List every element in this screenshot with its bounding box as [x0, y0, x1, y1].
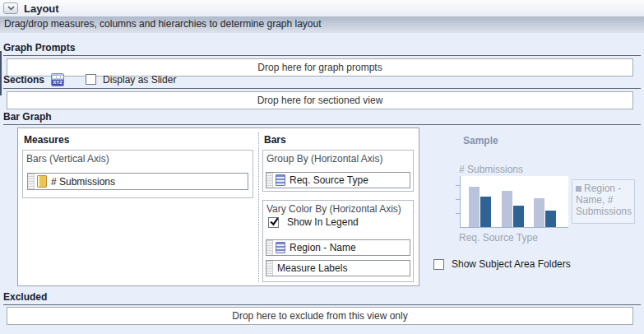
left-panel-edge: [0, 51, 2, 95]
excluded-dropzone[interactable]: Drop here to exclude from this view only: [7, 307, 633, 325]
bar-graph-header-label: Bar Graph: [3, 111, 52, 123]
measure-item-label: # Submissions: [51, 176, 115, 188]
drag-handle-icon[interactable]: [266, 173, 273, 188]
sample-legend: Region - Name, # Submissions: [572, 179, 635, 224]
panel-titlebar: Layout: [0, 0, 644, 16]
excluded-header: Excluded: [3, 291, 641, 305]
sample-bar: [545, 211, 556, 227]
bar-graph-header: Bar Graph: [3, 111, 641, 125]
panel-title: Layout: [24, 2, 59, 15]
measure-item-submissions[interactable]: # Submissions: [27, 173, 248, 190]
display-as-slider-label: Display as Slider: [103, 74, 176, 86]
vary-color-item-label: Region - Name: [290, 242, 356, 253]
legend-label: Region - Name, # Submissions: [576, 183, 632, 217]
graph-prompts-header: Graph Prompts: [3, 42, 641, 56]
vary-color-item-measure-labels[interactable]: Measure Labels: [266, 260, 410, 276]
group-by-zone-label: Group By (Horizontal Axis): [266, 153, 382, 165]
measures-title: Measures: [24, 134, 69, 146]
sample-title: Sample: [463, 135, 498, 146]
drag-handle-icon[interactable]: [266, 240, 273, 255]
sample-bar: [480, 197, 491, 227]
drag-handle-icon[interactable]: [28, 174, 35, 189]
measures-zone-label: Bars (Vertical Axis): [26, 153, 109, 165]
show-in-legend-checkbox[interactable]: [268, 217, 279, 228]
group-by-item-req-source-type[interactable]: Req. Source Type: [266, 172, 410, 188]
measure-column-icon: [37, 175, 47, 188]
sample-chart: [460, 176, 568, 228]
show-in-legend-label: Show In Legend: [287, 216, 359, 228]
bar-graph-layout-box: Measures Bars (Vertical Axis) # Submissi…: [17, 128, 419, 286]
collapse-panel-button[interactable]: [3, 2, 18, 14]
sections-header-label: Sections: [3, 74, 44, 86]
sample-bar: [502, 191, 512, 227]
sample-bar: [534, 198, 544, 227]
attribute-column-icon: [276, 242, 285, 253]
measures-zone[interactable]: Bars (Vertical Axis) # Submissions: [22, 150, 253, 198]
group-by-zone[interactable]: Group By (Horizontal Axis) Req. Source T…: [262, 150, 414, 192]
layout-panel: Layout Drag/drop measures, columns and h…: [0, 0, 644, 334]
show-subject-area-folders-checkbox[interactable]: [433, 259, 444, 270]
bars-title: Bars: [264, 134, 286, 146]
excluded-header-label: Excluded: [3, 291, 47, 303]
vary-color-item-label: Measure Labels: [277, 262, 347, 274]
vary-color-by-zone[interactable]: Vary Color By (Horizontal Axis) Show In …: [262, 200, 414, 282]
show-subject-area-folders-row: Show Subject Area Folders: [433, 258, 571, 270]
sample-x-axis-label: Req. Source Type: [459, 232, 538, 244]
group-by-item-label: Req. Source Type: [290, 174, 368, 186]
legend-swatch-icon: [576, 186, 581, 192]
sample-chart-bars: [461, 176, 568, 227]
column-separator: [258, 132, 259, 282]
attribute-column-icon: [276, 174, 285, 186]
sections-table-icon: XYZ: [51, 73, 64, 86]
sample-bar: [513, 206, 524, 227]
drag-handle-icon[interactable]: [266, 261, 273, 276]
chevron-down-icon: [7, 6, 15, 11]
sections-header: Sections XYZ Display as Slider: [3, 72, 641, 89]
panel-subtitle: Drag/drop measures, columns and hierarch…: [0, 16, 644, 33]
vary-color-item-region-name[interactable]: Region - Name: [266, 239, 410, 256]
vary-color-by-zone-label: Vary Color By (Horizontal Axis): [266, 203, 401, 215]
show-in-legend-row: Show In Legend: [268, 216, 359, 228]
graph-prompts-header-label: Graph Prompts: [3, 42, 75, 53]
display-as-slider-checkbox[interactable]: [86, 74, 96, 85]
sample-y-axis-label: # Submissions: [459, 164, 523, 175]
show-subject-area-folders-label: Show Subject Area Folders: [452, 258, 571, 270]
sample-bar: [469, 187, 480, 227]
sections-dropzone[interactable]: Drop here for sectioned view: [7, 91, 633, 109]
